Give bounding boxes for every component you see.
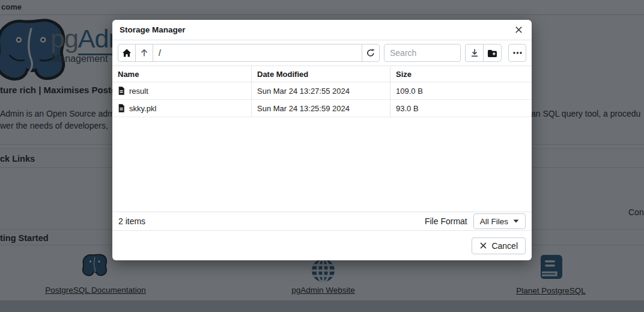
file-size-cell: 109.0 B bbox=[390, 82, 532, 99]
cancel-button[interactable]: Cancel bbox=[472, 237, 526, 254]
file-icon bbox=[118, 87, 125, 95]
items-count: 2 items bbox=[118, 216, 425, 226]
file-list-empty-area bbox=[112, 117, 532, 212]
cancel-x-icon bbox=[479, 242, 487, 249]
dialog-status-bar: 2 items File Format All Files bbox=[112, 212, 532, 230]
up-arrow-icon bbox=[139, 48, 149, 58]
file-name: skky.pkl bbox=[129, 104, 156, 113]
file-size-cell: 93.0 B bbox=[390, 100, 532, 117]
more-options-button[interactable] bbox=[508, 44, 526, 62]
home-icon bbox=[122, 48, 132, 58]
download-icon bbox=[470, 48, 479, 58]
file-format-select[interactable]: All Files bbox=[473, 213, 526, 229]
file-format-value: All Files bbox=[480, 217, 508, 226]
dialog-action-bar: Cancel bbox=[112, 230, 532, 260]
chevron-down-icon bbox=[513, 219, 519, 223]
file-name: result bbox=[129, 87, 148, 96]
column-header-date-modified[interactable]: Date Modified bbox=[252, 66, 390, 82]
close-icon[interactable] bbox=[513, 24, 524, 35]
search-input[interactable] bbox=[384, 44, 461, 62]
path-navigation-group bbox=[118, 44, 380, 62]
up-directory-button[interactable] bbox=[135, 44, 153, 62]
new-folder-icon bbox=[487, 49, 497, 58]
file-modified-cell: Sun Mar 24 13:25:59 2024 bbox=[252, 100, 390, 117]
new-folder-button[interactable] bbox=[483, 44, 502, 62]
storage-manager-dialog: Storage Manager bbox=[112, 20, 532, 260]
home-button[interactable] bbox=[118, 44, 136, 62]
file-modified-cell: Sun Mar 24 13:27:55 2024 bbox=[252, 82, 390, 99]
file-name-cell: skky.pkl bbox=[112, 100, 252, 117]
screen: come pgAdm Management ture rich | Maximi… bbox=[0, 0, 644, 312]
column-header-size[interactable]: Size bbox=[390, 66, 532, 82]
file-actions-group bbox=[465, 44, 502, 62]
download-button[interactable] bbox=[465, 44, 484, 62]
file-format-label: File Format bbox=[425, 216, 467, 226]
file-toolbar bbox=[112, 40, 532, 66]
table-row[interactable]: skky.pkl Sun Mar 24 13:25:59 2024 93.0 B bbox=[112, 100, 532, 117]
table-header-row: Name Date Modified Size bbox=[112, 66, 532, 82]
file-name-cell: result bbox=[112, 82, 252, 99]
refresh-icon bbox=[366, 48, 375, 58]
refresh-button[interactable] bbox=[362, 44, 380, 62]
file-icon bbox=[118, 104, 125, 112]
dialog-title: Storage Manager bbox=[120, 25, 513, 34]
ellipsis-icon bbox=[513, 52, 522, 54]
dialog-header: Storage Manager bbox=[112, 20, 532, 40]
column-header-name[interactable]: Name bbox=[112, 66, 252, 82]
cancel-label: Cancel bbox=[491, 241, 518, 251]
path-input[interactable] bbox=[153, 44, 362, 62]
table-row[interactable]: result Sun Mar 24 13:27:55 2024 109.0 B bbox=[112, 82, 532, 100]
